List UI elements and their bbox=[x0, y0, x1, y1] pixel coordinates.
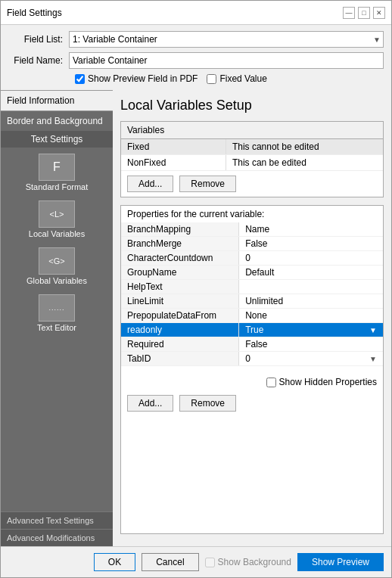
minimize-button[interactable]: — bbox=[343, 7, 355, 19]
fixed-value-checkbox[interactable] bbox=[207, 74, 216, 84]
prop-row-required[interactable]: Required False bbox=[121, 337, 383, 352]
ok-button[interactable]: OK bbox=[94, 553, 135, 571]
global-variables-icon: <G> bbox=[39, 247, 75, 275]
prop-row-charactercountdown[interactable]: CharacterCountdown 0 bbox=[121, 251, 383, 266]
sidebar-bottom: Advanced Text Settings Advanced Modifica… bbox=[1, 511, 113, 546]
standard-format-icon: F bbox=[39, 154, 75, 181]
variables-remove-button[interactable]: Remove bbox=[179, 176, 236, 192]
readonly-value: True bbox=[245, 325, 263, 335]
variables-section-header: Variables bbox=[121, 122, 383, 139]
prop-row-readonly[interactable]: readonly True ▼ bbox=[121, 323, 383, 337]
text-editor-item[interactable]: ...... Text Editor bbox=[1, 288, 113, 335]
standard-format-item[interactable]: F Standard Format bbox=[1, 148, 113, 194]
local-variables-item[interactable]: <L> Local Variables bbox=[1, 194, 113, 241]
standard-format-label: Standard Format bbox=[26, 182, 89, 191]
variable-nonfixed-desc: This can be edited bbox=[226, 155, 383, 171]
prop-row-prepopulate[interactable]: PrepopulateDataFrom None bbox=[121, 309, 383, 323]
prop-name-prepopulate: PrepopulateDataFrom bbox=[121, 309, 239, 323]
prop-value-linelimit: Unlimited bbox=[239, 294, 383, 309]
properties-table: BranchMapping Name BranchMerge False Cha… bbox=[121, 222, 383, 366]
prop-row-branchmapping[interactable]: BranchMapping Name bbox=[121, 222, 383, 237]
prop-name-linelimit: LineLimit bbox=[121, 294, 239, 309]
field-list-select[interactable]: 1: Variable Container bbox=[69, 31, 384, 48]
show-preview-label: Show Preview Field in PDF bbox=[88, 73, 198, 84]
prop-row-helptext[interactable]: HelpText bbox=[121, 280, 383, 294]
properties-table-wrapper[interactable]: BranchMapping Name BranchMerge False Cha… bbox=[121, 222, 383, 374]
text-editor-label: Text Editor bbox=[37, 323, 76, 332]
show-hidden-row: Show Hidden Properties bbox=[121, 374, 383, 390]
titlebar: Field Settings — □ ✕ bbox=[1, 1, 391, 25]
checkbox-row: Show Preview Field in PDF Fixed Value bbox=[8, 73, 384, 84]
field-list-row: Field List: 1: Variable Container ▼ bbox=[8, 31, 384, 48]
field-name-label: Field Name: bbox=[8, 55, 69, 66]
variable-nonfixed-name: NonFixed bbox=[121, 155, 226, 171]
readonly-dropdown[interactable]: True ▼ bbox=[245, 325, 377, 335]
fixed-value-checkbox-item[interactable]: Fixed Value bbox=[207, 73, 266, 84]
properties-section: Properties for the current variable: Bra… bbox=[120, 205, 384, 534]
prop-name-readonly: readonly bbox=[121, 323, 239, 337]
readonly-dropdown-arrow: ▼ bbox=[369, 326, 377, 334]
show-hidden-label: Show Hidden Properties bbox=[279, 377, 377, 387]
prop-name-charactercountdown: CharacterCountdown bbox=[121, 251, 239, 266]
text-editor-icon: ...... bbox=[39, 294, 75, 322]
show-preview-button[interactable]: Show Preview bbox=[297, 553, 384, 571]
prop-value-branchmerge: False bbox=[239, 237, 383, 251]
local-variables-label: Local Variables bbox=[29, 229, 85, 238]
prop-row-linelimit[interactable]: LineLimit Unlimited bbox=[121, 294, 383, 309]
close-button[interactable]: ✕ bbox=[373, 7, 385, 19]
show-background-checkbox-item[interactable]: Show Background bbox=[205, 557, 291, 567]
local-variables-icon: <L> bbox=[39, 200, 75, 228]
prop-name-branchmerge: BranchMerge bbox=[121, 237, 239, 251]
variable-row-nonfixed[interactable]: NonFixed This can be edited bbox=[121, 155, 383, 171]
field-name-row: Field Name: bbox=[8, 52, 384, 69]
variables-table: Fixed This cannot be edited NonFixed Thi… bbox=[121, 139, 383, 171]
titlebar-buttons: — □ ✕ bbox=[343, 7, 385, 19]
prop-value-required: False bbox=[239, 337, 383, 352]
sidebar-tab-border-background[interactable]: Border and Background bbox=[1, 111, 113, 131]
prop-name-groupname: GroupName bbox=[121, 266, 239, 280]
sidebar-tab-field-information[interactable]: Field Information bbox=[1, 90, 113, 111]
advanced-modifications-item[interactable]: Advanced Modifications bbox=[1, 529, 113, 546]
field-list-select-wrapper: 1: Variable Container ▼ bbox=[69, 31, 384, 48]
variable-row-fixed[interactable]: Fixed This cannot be edited bbox=[121, 139, 383, 155]
variable-fixed-desc: This cannot be edited bbox=[226, 139, 383, 155]
properties-add-button[interactable]: Add... bbox=[127, 395, 173, 412]
variables-btn-row: Add... Remove bbox=[121, 171, 383, 197]
prop-name-tabid: TabID bbox=[121, 352, 239, 366]
right-panel: Local Variables Setup Variables Fixed Th… bbox=[113, 90, 391, 546]
prop-row-groupname[interactable]: GroupName Default bbox=[121, 266, 383, 280]
prop-value-helptext bbox=[239, 280, 383, 294]
variable-fixed-name: Fixed bbox=[121, 139, 226, 155]
properties-remove-button[interactable]: Remove bbox=[179, 395, 236, 412]
field-name-input[interactable] bbox=[69, 52, 384, 69]
cancel-button[interactable]: Cancel bbox=[142, 553, 198, 571]
tabid-value-row: 0 ▼ bbox=[245, 353, 377, 364]
properties-label: Properties for the current variable: bbox=[121, 206, 383, 222]
field-settings-window: Field Settings — □ ✕ Field List: 1: Vari… bbox=[0, 0, 392, 578]
properties-btn-row: Add... Remove bbox=[121, 390, 383, 416]
text-settings-section: Text Settings bbox=[1, 131, 113, 148]
window-title: Field Settings bbox=[7, 8, 62, 18]
advanced-text-settings-item[interactable]: Advanced Text Settings bbox=[1, 511, 113, 529]
variables-section: Variables Fixed This cannot be edited No… bbox=[120, 121, 384, 197]
prop-value-readonly[interactable]: True ▼ bbox=[239, 323, 383, 337]
show-preview-checkbox-item[interactable]: Show Preview Field in PDF bbox=[75, 73, 198, 84]
footer: OK Cancel Show Background Show Preview bbox=[1, 546, 391, 577]
tabid-scroll-arrow: ▼ bbox=[369, 355, 377, 363]
global-variables-label: Global Variables bbox=[26, 276, 87, 285]
prop-row-tabid[interactable]: TabID 0 ▼ bbox=[121, 352, 383, 366]
field-list-label: Field List: bbox=[8, 34, 69, 45]
variables-add-button[interactable]: Add... bbox=[127, 176, 173, 192]
prop-value-tabid: 0 ▼ bbox=[239, 352, 383, 366]
show-hidden-checkbox[interactable] bbox=[266, 378, 276, 387]
show-preview-checkbox[interactable] bbox=[75, 74, 85, 84]
prop-value-charactercountdown: 0 bbox=[239, 251, 383, 266]
show-background-label: Show Background bbox=[218, 557, 291, 567]
form-area: Field List: 1: Variable Container ▼ Fiel… bbox=[1, 25, 391, 90]
maximize-button[interactable]: □ bbox=[358, 7, 370, 19]
prop-row-branchmerge[interactable]: BranchMerge False bbox=[121, 237, 383, 251]
prop-name-required: Required bbox=[121, 337, 239, 352]
show-background-checkbox[interactable] bbox=[205, 558, 215, 567]
global-variables-item[interactable]: <G> Global Variables bbox=[1, 241, 113, 288]
prop-value-groupname: Default bbox=[239, 266, 383, 280]
